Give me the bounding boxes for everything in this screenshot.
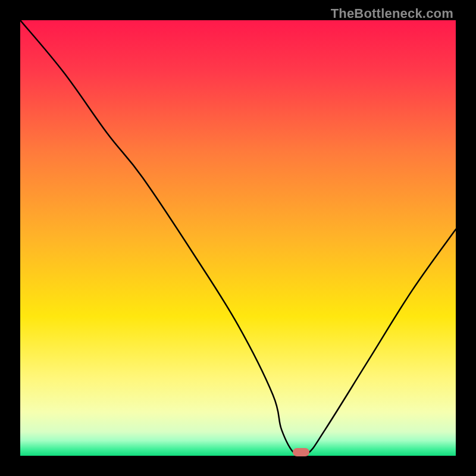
bottleneck-curve <box>20 20 456 456</box>
watermark-text: TheBottleneck.com <box>331 6 453 21</box>
chart-container: TheBottleneck.com <box>0 0 476 476</box>
plot-area <box>20 20 456 456</box>
optimal-point-marker <box>293 448 309 456</box>
